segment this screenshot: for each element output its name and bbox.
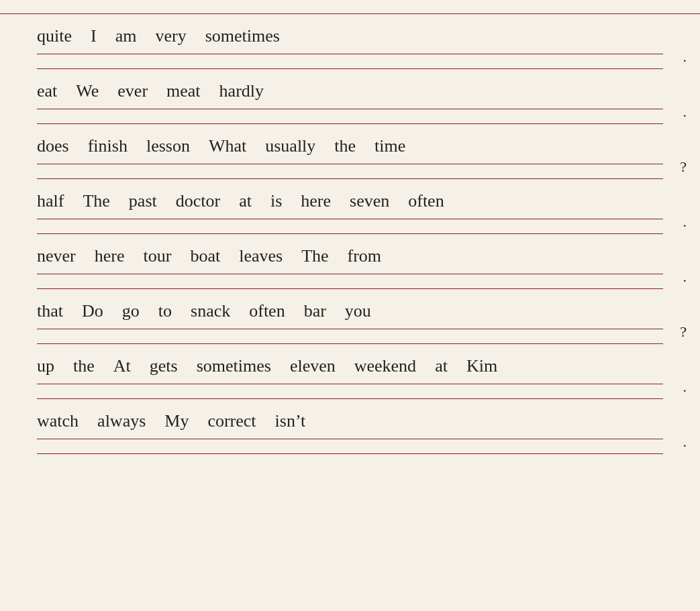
punctuation-7: .	[683, 378, 687, 396]
word-item: The	[301, 246, 328, 266]
punctuation-2: .	[683, 103, 687, 121]
word-item: the	[334, 136, 356, 156]
row-block-2: eatWeevermeathardly.	[0, 69, 700, 124]
word-item: the	[73, 356, 95, 376]
row-block-8: watchalwaysMycorrectisn’t.	[0, 399, 700, 454]
word-item: watch	[37, 411, 79, 431]
word-item: Kim	[466, 356, 497, 376]
word-item: go	[122, 301, 140, 321]
word-item: hardly	[219, 81, 264, 101]
word-item: sometimes	[205, 26, 280, 46]
answer-line-6: ?	[37, 329, 663, 344]
word-item: ever	[117, 81, 148, 101]
word-item: to	[158, 301, 172, 321]
answer-line-2: .	[37, 109, 663, 124]
word-item: boat	[190, 246, 220, 266]
row-block-1: quiteIamverysometimes.	[0, 13, 700, 69]
word-line-6: thatDogotosnackoftenbaryou	[37, 289, 663, 329]
word-item: finish	[88, 136, 128, 156]
punctuation-6: ?	[680, 323, 687, 341]
word-item: correct	[207, 411, 256, 431]
word-line-2: eatWeevermeathardly	[37, 69, 663, 109]
word-line-8: watchalwaysMycorrectisn’t	[37, 399, 663, 439]
word-item: half	[37, 191, 64, 211]
word-item: snack	[191, 301, 230, 321]
word-item: meat	[166, 81, 201, 101]
word-item: What	[209, 136, 246, 156]
row-block-6: thatDogotosnackoftenbaryou?	[0, 289, 700, 344]
word-item: eat	[37, 81, 57, 101]
answer-line-4: .	[37, 219, 663, 234]
word-item: seven	[350, 191, 389, 211]
word-item: up	[37, 356, 54, 376]
row-block-4: halfThepastdoctoratisheresevenoften.	[0, 179, 700, 234]
word-item: does	[37, 136, 69, 156]
word-item: bar	[304, 301, 326, 321]
word-item: At	[113, 356, 131, 376]
word-item: at	[435, 356, 448, 376]
word-item: sometimes	[197, 356, 271, 376]
word-item: always	[97, 411, 146, 431]
word-item: often	[249, 301, 285, 321]
answer-line-3: ?	[37, 164, 663, 179]
word-item: from	[348, 246, 382, 266]
word-item: quite	[37, 26, 72, 46]
word-item: My	[164, 411, 189, 431]
word-item: often	[408, 191, 444, 211]
word-item: here	[301, 191, 331, 211]
word-item: past	[129, 191, 157, 211]
word-item: time	[374, 136, 405, 156]
word-line-5: neverheretourboatleavesThefrom	[37, 234, 663, 274]
page-container: quiteIamverysometimes.eatWeevermeathardl…	[0, 7, 700, 461]
punctuation-1: .	[683, 48, 687, 66]
punctuation-4: .	[683, 213, 687, 231]
word-item: usually	[265, 136, 315, 156]
word-item: here	[95, 246, 125, 266]
word-item: never	[37, 246, 76, 266]
word-item: very	[155, 26, 186, 46]
word-item: I	[91, 26, 97, 46]
punctuation-8: .	[683, 433, 687, 451]
word-line-4: halfThepastdoctoratisheresevenoften	[37, 179, 663, 219]
word-item: The	[83, 191, 109, 211]
word-item: am	[115, 26, 137, 46]
word-item: that	[37, 301, 63, 321]
word-item: We	[76, 81, 99, 101]
answer-line-8: .	[37, 439, 663, 454]
answer-line-5: .	[37, 274, 663, 289]
answer-line-7: .	[37, 384, 663, 399]
word-item: Do	[82, 301, 103, 321]
word-item: tour	[144, 246, 172, 266]
answer-line-1: .	[37, 54, 663, 69]
row-block-5: neverheretourboatleavesThefrom.	[0, 234, 700, 289]
word-item: gets	[150, 356, 178, 376]
word-item: lesson	[146, 136, 190, 156]
row-block-7: uptheAtgetssometimeselevenweekendatKim.	[0, 344, 700, 399]
punctuation-3: ?	[680, 158, 687, 176]
word-item: is	[270, 191, 282, 211]
punctuation-5: .	[683, 268, 687, 286]
word-item: you	[345, 301, 371, 321]
word-item: eleven	[290, 356, 336, 376]
row-block-3: doesfinishlessonWhatusuallythetime?	[0, 124, 700, 179]
word-item: weekend	[354, 356, 416, 376]
word-item: leaves	[239, 246, 283, 266]
word-item: doctor	[176, 191, 220, 211]
word-line-7: uptheAtgetssometimeselevenweekendatKim	[37, 344, 663, 384]
word-item: isn’t	[275, 411, 306, 431]
word-line-3: doesfinishlessonWhatusuallythetime	[37, 124, 663, 164]
word-item: at	[239, 191, 252, 211]
word-line-1: quiteIamverysometimes	[37, 14, 663, 54]
